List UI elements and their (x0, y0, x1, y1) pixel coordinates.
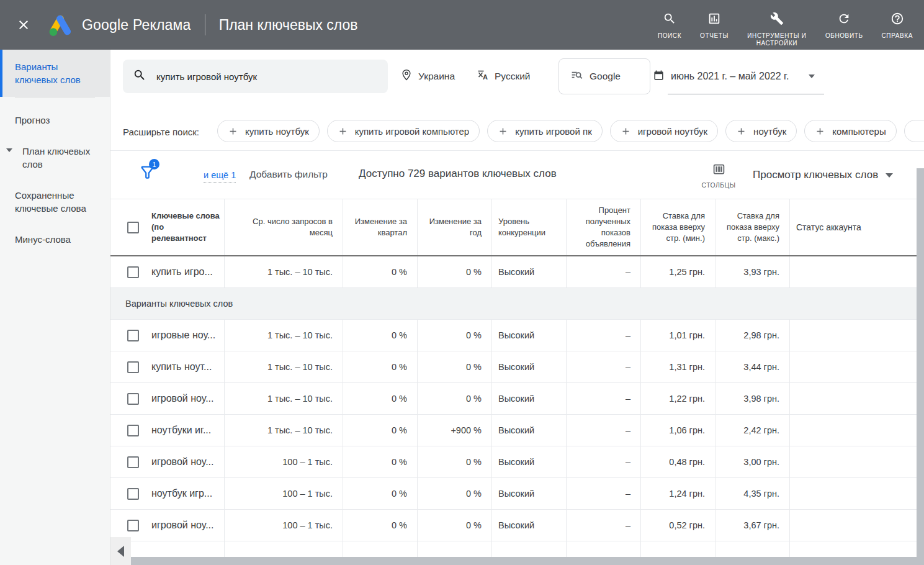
quarter-change-cell: 0 % (343, 351, 418, 382)
volume-cell: 1 тыс. – 10 тыс. (225, 351, 343, 382)
header-checkbox[interactable] (127, 222, 139, 233)
year-change-cell: 0 % (418, 256, 492, 287)
plus-icon (815, 126, 825, 137)
table-section-header: Варианты ключевых слов (110, 288, 917, 320)
add-filter-button[interactable]: Добавить фильтр (249, 169, 328, 180)
bid-min-cell: 1,31 грн. (641, 351, 715, 382)
location-selector[interactable]: Украина (400, 60, 455, 93)
keyword-cell: ноутбуки иг... (151, 425, 211, 436)
row-checkbox[interactable] (127, 425, 139, 436)
header-impression-share: Процент полученных показов объявления (567, 199, 641, 255)
language-selector[interactable]: A Русский (477, 60, 531, 93)
bid-max-cell: 2,42 грн. (715, 415, 790, 446)
plus-icon (228, 126, 238, 137)
keyword-chip[interactable]: игровой ноутбук (610, 120, 718, 142)
columns-button[interactable]: СТОЛБЦЫ (699, 163, 738, 189)
sidebar-item-negative-keywords[interactable]: Минус-слова (0, 233, 110, 246)
competition-cell: Высокий (492, 383, 567, 414)
competition-cell: Высокий (492, 415, 567, 446)
year-change-cell: 0 % (418, 510, 492, 541)
close-icon[interactable] (16, 17, 31, 32)
keyword-search-box[interactable] (123, 60, 388, 93)
plus-icon (736, 126, 747, 137)
row-checkbox[interactable] (127, 488, 139, 500)
svg-text:A: A (483, 73, 488, 81)
table-row-clipped (110, 541, 917, 557)
account-status-cell (790, 256, 917, 287)
row-checkbox[interactable] (127, 393, 139, 405)
bid-max-cell: 3,93 грн. (715, 256, 790, 287)
main-content: Украина A Русский Google июнь 2021 г. – … (110, 50, 924, 565)
sidebar-item-saved-keywords[interactable]: Сохраненные ключевые слова (0, 189, 110, 215)
topbar: Google Реклама План ключевых слов ПОИСК … (0, 0, 924, 50)
topbar-divider (205, 14, 205, 35)
header-keyword: Ключевые слова (по релевантност (110, 199, 225, 255)
competition-cell: Высокий (492, 478, 567, 509)
bid-min-cell: 0,48 грн. (641, 446, 715, 477)
quarter-change-cell: 0 % (343, 256, 418, 287)
sidebar-divider (15, 97, 95, 97)
tools-icon (770, 12, 784, 28)
vertical-scrollbar[interactable] (917, 168, 924, 557)
year-change-cell: 0 % (418, 478, 492, 509)
table-row: купить игро... 1 тыс. – 10 тыс. 0 % 0 % … (110, 256, 917, 288)
reports-button[interactable]: ОТЧЕТЫ (700, 12, 729, 40)
expand-search-label: Расширьте поиск: (123, 127, 199, 137)
more-filters-link[interactable]: и ещё 1 (204, 170, 236, 183)
location-pin-icon (400, 69, 413, 84)
sidebar-item-keyword-ideas[interactable]: Варианты ключевых слов (0, 50, 110, 97)
search-network-icon (570, 69, 583, 84)
keyword-search-input[interactable] (155, 71, 369, 83)
keyword-chip[interactable]: компьютеры (804, 120, 896, 142)
table-row: игровой ноу... 100 – 1 тыс. 0 % 0 % Высо… (110, 446, 917, 478)
scrollbar-corner (110, 557, 131, 565)
quarter-change-cell: 0 % (343, 320, 418, 351)
view-selector-dropdown[interactable]: Просмотр ключевых слов (753, 169, 893, 181)
table-row: купить ноут... 1 тыс. – 10 тыс. 0 % 0 % … (110, 351, 917, 383)
volume-cell: 1 тыс. – 10 тыс. (225, 415, 343, 446)
chevron-down-icon (886, 173, 893, 178)
keyword-chip[interactable]: купить игровой компьютер (327, 120, 480, 142)
keyword-cell: купить ноут... (151, 361, 212, 373)
suggested-keyword-chips: купить ноутбук купить игровой компьютер … (217, 119, 924, 143)
google-ads-logo-icon (48, 14, 72, 36)
table-row: игровые ноу... 1 тыс. – 10 тыс. 0 % 0 % … (110, 320, 917, 351)
header-bid-max: Ставка для показа вверху стр. (макс.) (715, 199, 790, 255)
competition-cell: Высокий (492, 446, 567, 477)
keyword-cell: ноутбук игр... (151, 488, 212, 499)
reports-icon (707, 12, 721, 28)
keyword-chip[interactable]: ноутбук (725, 120, 797, 142)
quarter-change-cell: 0 % (343, 478, 418, 509)
tools-settings-button[interactable]: ИНСТРУМЕНТЫ И НАСТРОЙКИ (747, 12, 807, 47)
horizontal-scrollbar[interactable] (131, 557, 924, 565)
row-checkbox[interactable] (127, 520, 139, 531)
row-checkbox[interactable] (127, 361, 139, 373)
row-checkbox[interactable] (127, 456, 139, 468)
volume-cell: 1 тыс. – 10 тыс. (225, 383, 343, 414)
table-row: ноутбуки иг... 1 тыс. – 10 тыс. 0 % +900… (110, 415, 917, 446)
keyword-planner-screen: Google Реклама План ключевых слов ПОИСК … (0, 0, 924, 565)
columns-icon (712, 163, 725, 178)
search-button[interactable]: ПОИСК (658, 12, 681, 40)
competition-cell: Высокий (492, 320, 567, 351)
keyword-chip[interactable]: купить игровой пк (487, 120, 603, 142)
network-selector[interactable]: Google (558, 58, 650, 94)
row-checkbox[interactable] (127, 330, 139, 341)
year-change-cell: 0 % (418, 351, 492, 382)
help-button[interactable]: СПРАВКА (882, 12, 913, 40)
keyword-chip[interactable]: купить ноутбук (217, 120, 320, 142)
keyword-chip-clipped[interactable] (904, 120, 924, 142)
quarter-change-cell: 0 % (343, 446, 418, 477)
year-change-cell: 0 % (418, 320, 492, 351)
quarter-change-cell: 0 % (343, 415, 418, 446)
help-icon (890, 12, 904, 28)
date-range-selector[interactable]: июнь 2021 г. – май 2022 г. (653, 60, 815, 93)
table-row: игровой ноу... 100 – 1 тыс. 0 % 0 % Высо… (110, 510, 917, 541)
impression-share-cell: – (567, 320, 641, 351)
refresh-button[interactable]: ОБНОВИТЬ (825, 12, 863, 40)
row-checkbox[interactable] (127, 266, 139, 278)
sidebar-item-forecast[interactable]: Прогноз (0, 114, 110, 127)
bid-min-cell: 0,52 грн. (641, 510, 715, 541)
sidebar-item-keyword-plan[interactable]: План ключевых слов (0, 145, 110, 171)
section-divider (110, 150, 924, 151)
